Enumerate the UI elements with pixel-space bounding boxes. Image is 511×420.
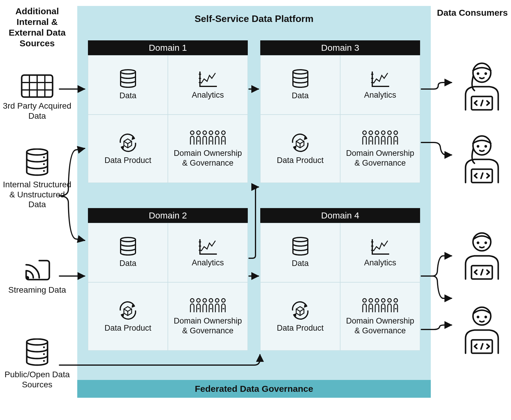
svg-point-37 [363, 131, 366, 134]
svg-point-12 [43, 346, 45, 348]
svg-point-54 [209, 299, 213, 302]
svg-point-39 [375, 131, 379, 134]
cell-label: Data Product [105, 156, 152, 165]
svg-point-27 [215, 131, 219, 134]
cell-label: Domain Ownership & Governance [171, 316, 245, 335]
source-label: 3rd Party Acquired Data [0, 101, 74, 121]
consumer-person-1 [455, 59, 509, 112]
svg-point-10 [26, 276, 29, 280]
people-group-icon [189, 297, 227, 314]
svg-point-75 [485, 146, 486, 147]
svg-point-70 [394, 299, 398, 302]
domain-grid: Data Analytics Data Product [88, 223, 248, 351]
developer-male-icon [457, 229, 507, 280]
data-product-cycle-icon [289, 132, 311, 153]
database-stack-icon [119, 237, 137, 256]
left-title: Additional Internal & External Data Sour… [0, 6, 74, 49]
database-stack-icon [25, 148, 49, 177]
domain-grid: Data Analytics Data Product [260, 55, 420, 183]
developer-male-icon [457, 303, 507, 355]
cell-label: Domain Ownership & Governance [343, 148, 417, 168]
cell-data-product: Data Product [88, 282, 168, 351]
right-column: Data Consumers [435, 7, 510, 18]
line-chart-icon [198, 70, 218, 88]
cell-label: Data [292, 259, 309, 268]
cell-governance: Domain Ownership & Governance [340, 282, 420, 351]
consumer-person-4 [455, 303, 509, 356]
svg-point-9 [43, 170, 45, 172]
domain-box-1: Domain 1 Data Analytics Data Product [88, 40, 248, 183]
cell-label: Analytics [192, 90, 224, 100]
domain-header: Domain 4 [260, 208, 420, 223]
cell-analytics: Analytics [340, 223, 420, 282]
governance-label: Federated Data Governance [195, 384, 313, 394]
svg-point-72 [485, 73, 486, 74]
svg-point-23 [190, 131, 194, 134]
database-stack-icon [291, 69, 309, 88]
cell-data-product: Data Product [88, 115, 168, 183]
domain-box-4: Domain 4 Data Analytics Data Product [260, 208, 420, 351]
svg-point-78 [477, 242, 479, 243]
svg-point-83 [485, 316, 486, 318]
cell-label: Data Product [105, 323, 152, 333]
database-stack-icon [291, 237, 309, 256]
svg-point-24 [197, 131, 200, 134]
svg-point-51 [190, 299, 194, 302]
cell-analytics: Analytics [168, 223, 248, 282]
streaming-icon [24, 258, 51, 282]
consumer-person-2 [455, 132, 509, 185]
right-title: Data Consumers [435, 7, 510, 18]
platform-container: Self-Service Data Platform Domain 1 Data… [77, 6, 431, 398]
people-group-icon [361, 297, 400, 314]
line-chart-icon [370, 238, 391, 256]
domain-grid: Data Analytics Data Product [88, 55, 248, 183]
platform-title: Self-Service Data Platform [77, 13, 431, 24]
source-internal: Internal Structured & Unstructured Data [0, 148, 74, 210]
domain-box-3: Domain 3 Data Analytics Data Product [260, 40, 420, 183]
cell-label: Data [119, 91, 136, 100]
data-product-cycle-icon [117, 300, 139, 321]
cell-analytics: Analytics [168, 55, 248, 115]
cell-governance: Domain Ownership & Governance [340, 115, 420, 183]
line-chart-icon [370, 70, 391, 88]
svg-point-55 [215, 299, 219, 302]
table-grid-icon [21, 74, 53, 98]
governance-bar: Federated Data Governance [77, 380, 431, 398]
svg-point-67 [375, 299, 379, 302]
svg-point-68 [381, 299, 385, 302]
cell-label: Analytics [192, 258, 224, 267]
svg-point-25 [203, 131, 206, 134]
people-group-icon [189, 130, 227, 146]
source-streaming: Streaming Data [0, 258, 74, 295]
cell-label: Data Product [277, 156, 324, 165]
cell-governance: Domain Ownership & Governance [168, 282, 248, 351]
svg-point-53 [203, 299, 206, 302]
cell-data: Data [88, 55, 168, 115]
cell-data-product: Data Product [260, 115, 340, 183]
data-product-cycle-icon [289, 300, 311, 321]
svg-point-26 [209, 131, 213, 134]
svg-point-69 [388, 299, 391, 302]
svg-point-43 [121, 237, 135, 242]
svg-point-28 [222, 131, 225, 134]
svg-point-52 [197, 299, 200, 302]
svg-point-56 [222, 299, 225, 302]
source-label: Streaming Data [0, 285, 74, 295]
svg-point-8 [43, 163, 45, 165]
cell-governance: Domain Ownership & Governance [168, 115, 248, 183]
domain-box-2: Domain 2 Data Analytics Data Product [88, 208, 248, 351]
svg-point-71 [477, 73, 479, 74]
domain-header: Domain 1 [88, 40, 248, 55]
svg-point-79 [485, 242, 486, 243]
svg-point-14 [43, 360, 45, 362]
database-stack-icon [119, 69, 137, 88]
domain-header: Domain 2 [88, 208, 248, 223]
domain-header: Domain 3 [260, 40, 420, 55]
svg-point-38 [369, 131, 373, 134]
cell-data-product: Data Product [260, 282, 340, 351]
cell-data: Data [88, 223, 168, 282]
database-stack-icon [25, 338, 49, 367]
svg-point-74 [477, 146, 479, 147]
svg-point-13 [43, 353, 45, 355]
cell-label: Domain Ownership & Governance [343, 316, 417, 335]
